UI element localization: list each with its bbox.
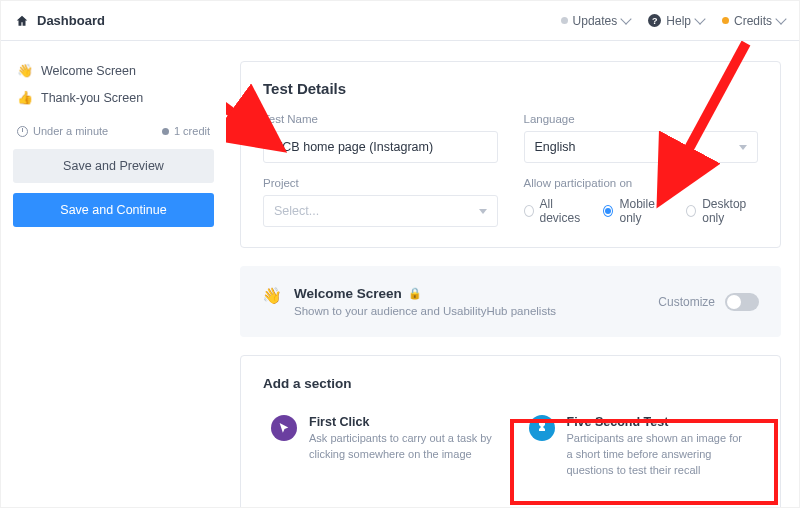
first-click-desc: Ask participants to carry out a task by … (309, 431, 493, 463)
language-label: Language (524, 113, 759, 125)
dashboard-label: Dashboard (37, 13, 105, 28)
cursor-icon (271, 415, 297, 441)
project-label: Project (263, 177, 498, 189)
save-preview-button[interactable]: Save and Preview (13, 149, 214, 183)
main-content: Test Details Test Name VCB home page (In… (226, 41, 799, 507)
test-name-input[interactable]: VCB home page (Instagram) (263, 131, 498, 163)
radio-all-label: All devices (540, 197, 586, 225)
hourglass-icon (529, 415, 555, 441)
add-item-five-second[interactable]: Five Second Test Participants are shown … (521, 409, 759, 485)
test-name-label: Test Name (263, 113, 498, 125)
credits-count-label: 1 credit (174, 125, 210, 137)
add-section-card: Add a section First Click Ask participan… (240, 355, 781, 507)
test-name-value: VCB home page (Instagram) (274, 140, 433, 154)
chevron-down-icon (775, 13, 786, 24)
sidebar-welcome-label: Welcome Screen (41, 64, 136, 78)
radio-desktop-label: Desktop only (702, 197, 758, 225)
dashboard-link[interactable]: Dashboard (15, 13, 105, 28)
save-continue-button[interactable]: Save and Continue (13, 193, 214, 227)
add-section-heading: Add a section (263, 376, 758, 391)
credit-dot-icon (162, 128, 169, 135)
status-dot-icon (561, 17, 568, 24)
radio-icon (524, 205, 534, 217)
sidebar-meta: Under a minute 1 credit (13, 111, 214, 149)
home-icon (15, 14, 29, 28)
radio-mobile-label: Mobile only (619, 197, 668, 225)
wave-icon: 👋 (17, 63, 33, 78)
topbar: Dashboard Updates ? Help Credits (1, 1, 799, 41)
five-second-desc: Participants are shown an image for a sh… (567, 431, 751, 479)
project-placeholder: Select... (274, 204, 319, 218)
participation-label: Allow participation on (524, 177, 759, 189)
welcome-card-subtitle: Shown to your audience and UsabilityHub … (294, 305, 556, 317)
thumbs-up-icon: 👍 (17, 90, 33, 105)
updates-label: Updates (573, 14, 618, 28)
add-item-first-click[interactable]: First Click Ask participants to carry ou… (263, 409, 501, 485)
chevron-down-icon (479, 209, 487, 214)
test-details-card: Test Details Test Name VCB home page (In… (240, 61, 781, 248)
chevron-down-icon (694, 13, 705, 24)
sidebar: 👋 Welcome Screen 👍 Thank-you Screen Unde… (1, 41, 226, 507)
radio-icon (686, 205, 696, 217)
sidebar-item-welcome[interactable]: 👋 Welcome Screen (13, 57, 214, 84)
radio-all-devices[interactable]: All devices (524, 197, 586, 225)
radio-desktop-only[interactable]: Desktop only (686, 197, 758, 225)
welcome-card-title: Welcome Screen (294, 286, 402, 301)
updates-menu[interactable]: Updates (561, 14, 631, 28)
customize-label: Customize (658, 295, 715, 309)
test-details-heading: Test Details (263, 80, 758, 97)
project-select[interactable]: Select... (263, 195, 498, 227)
credits-dot-icon (722, 17, 729, 24)
participation-radio-group: All devices Mobile only Desktop only (524, 195, 759, 227)
credits-menu[interactable]: Credits (722, 14, 785, 28)
help-icon: ? (648, 14, 661, 27)
customize-toggle[interactable] (725, 293, 759, 311)
sidebar-item-thankyou[interactable]: 👍 Thank-you Screen (13, 84, 214, 111)
help-menu[interactable]: ? Help (648, 14, 704, 28)
credits-label: Credits (734, 14, 772, 28)
clock-icon (17, 126, 28, 137)
language-select[interactable]: English (524, 131, 759, 163)
radio-mobile-only[interactable]: Mobile only (603, 197, 668, 225)
language-value: English (535, 140, 576, 154)
first-click-title: First Click (309, 415, 493, 429)
welcome-screen-card: 👋 Welcome Screen 🔒 Shown to your audienc… (240, 266, 781, 337)
lock-icon: 🔒 (408, 287, 422, 300)
chevron-down-icon (739, 145, 747, 150)
help-label: Help (666, 14, 691, 28)
five-second-title: Five Second Test (567, 415, 751, 429)
sidebar-thankyou-label: Thank-you Screen (41, 91, 143, 105)
chevron-down-icon (621, 13, 632, 24)
wave-icon: 👋 (262, 286, 282, 305)
radio-icon (603, 205, 613, 217)
duration-label: Under a minute (33, 125, 108, 137)
